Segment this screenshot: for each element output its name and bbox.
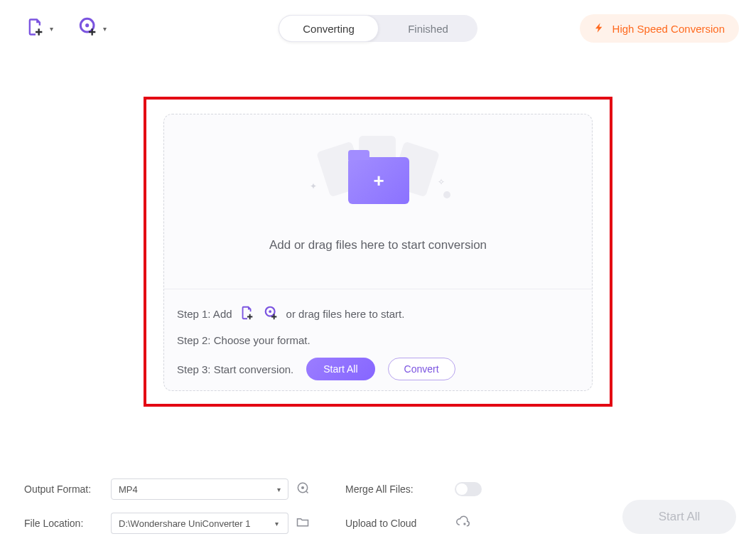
main-area: + ✦ ✧ Add or drag files here to start co… bbox=[0, 47, 756, 407]
output-format-label: Output Format: bbox=[24, 483, 104, 495]
sparkle-icon: ✧ bbox=[438, 177, 445, 187]
open-folder-icon[interactable] bbox=[296, 515, 320, 532]
add-file-icon[interactable] bbox=[239, 305, 255, 323]
top-toolbar: ▾ ▾ Converting Finished High Speed Conve… bbox=[0, 0, 756, 47]
chevron-down-icon: ▾ bbox=[103, 25, 107, 33]
output-format-select[interactable]: MP4 ▾ bbox=[111, 478, 288, 500]
convert-button[interactable]: Convert bbox=[388, 358, 455, 380]
file-location-dropdown[interactable]: ▾ bbox=[266, 513, 288, 534]
highlight-box: + ✦ ✧ Add or drag files here to start co… bbox=[144, 97, 612, 407]
tab-switch: Converting Finished bbox=[279, 15, 477, 42]
step-1-row: Step 1: Add or drag files here to start. bbox=[177, 305, 579, 323]
toolbar-left-group: ▾ ▾ bbox=[26, 17, 107, 40]
add-file-dropdown[interactable]: ▾ bbox=[26, 17, 53, 40]
start-all-button[interactable]: Start All bbox=[306, 358, 374, 380]
hsc-label: High Speed Conversion bbox=[612, 23, 725, 35]
file-location-value[interactable]: D:\Wondershare UniConverter 1 bbox=[111, 513, 266, 534]
drop-card[interactable]: + ✦ ✧ Add or drag files here to start co… bbox=[163, 114, 593, 391]
tab-finished[interactable]: Finished bbox=[379, 15, 477, 42]
add-disc-dropdown[interactable]: ▾ bbox=[79, 17, 107, 40]
add-disc-icon[interactable] bbox=[264, 305, 279, 323]
step-1a-text: Step 1: Add bbox=[177, 308, 232, 320]
output-settings-icon[interactable] bbox=[296, 481, 320, 498]
dot-icon bbox=[443, 191, 450, 198]
bottom-bar: Output Format: MP4 ▾ Merge All Files: Fi… bbox=[0, 471, 756, 551]
svg-point-3 bbox=[269, 310, 271, 313]
chevron-down-icon: ▾ bbox=[50, 25, 53, 33]
drop-illustration: + ✦ ✧ bbox=[314, 139, 442, 217]
merge-toggle[interactable] bbox=[455, 482, 482, 496]
add-file-icon bbox=[26, 17, 45, 40]
drop-zone[interactable]: + ✦ ✧ Add or drag files here to start co… bbox=[164, 114, 592, 289]
chevron-down-icon: ▾ bbox=[277, 486, 281, 493]
drop-headline: Add or drag files here to start conversi… bbox=[269, 238, 487, 252]
folder-plus-icon: + bbox=[348, 157, 409, 204]
lightning-icon bbox=[594, 21, 605, 36]
step-2-text: Step 2: Choose your format. bbox=[177, 334, 579, 346]
svg-point-5 bbox=[301, 486, 304, 489]
file-location-field: D:\Wondershare UniConverter 1 ▾ bbox=[111, 513, 288, 534]
steps-panel: Step 1: Add or drag files here to start.… bbox=[164, 289, 592, 390]
upload-cloud-icon[interactable] bbox=[455, 515, 504, 532]
svg-point-1 bbox=[85, 23, 89, 27]
upload-label: Upload to Cloud bbox=[345, 518, 448, 529]
step-1b-text: or drag files here to start. bbox=[286, 308, 405, 320]
merge-label: Merge All Files: bbox=[345, 483, 448, 495]
step-3-text: Step 3: Start conversion. bbox=[177, 363, 293, 375]
file-location-label: File Location: bbox=[24, 518, 104, 529]
step-3-row: Step 3: Start conversion. Start All Conv… bbox=[177, 358, 579, 380]
high-speed-conversion-pill[interactable]: High Speed Conversion bbox=[580, 14, 739, 43]
add-disc-icon bbox=[79, 17, 99, 40]
output-format-value: MP4 bbox=[119, 484, 138, 495]
start-all-main-button[interactable]: Start All bbox=[622, 500, 736, 534]
tab-converting[interactable]: Converting bbox=[279, 15, 379, 42]
sparkle-icon: ✦ bbox=[310, 181, 317, 191]
